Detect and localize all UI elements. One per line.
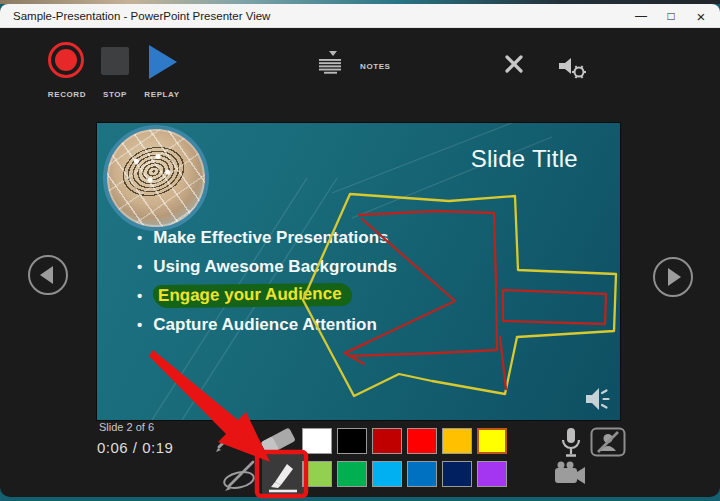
pen-color-swatch[interactable] xyxy=(337,461,367,487)
audio-settings-icon[interactable] xyxy=(558,53,588,81)
window-title: Sample-Presentation - PowerPoint Present… xyxy=(0,10,270,22)
laser-pointer-tool-icon[interactable] xyxy=(220,456,262,492)
previous-slide-button[interactable] xyxy=(28,255,68,295)
video-camera-icon[interactable] xyxy=(554,460,592,488)
bullet-text: Using Awesome Backgrounds xyxy=(153,257,397,277)
speaker-icon xyxy=(584,384,611,414)
camera-preview-off-icon[interactable] xyxy=(590,427,626,457)
slide-title: Slide Title xyxy=(471,145,578,173)
bullet-item: •Make Effective Presentations xyxy=(137,223,397,252)
replay-label: REPLAY xyxy=(137,90,187,99)
globe-image xyxy=(103,125,209,231)
chevron-right-icon xyxy=(668,268,681,286)
record-icon xyxy=(55,49,77,71)
clear-annotations-icon[interactable] xyxy=(505,55,523,73)
bullet-dot: • xyxy=(137,316,142,333)
microphone-icon[interactable] xyxy=(558,426,584,460)
pen-color-swatch[interactable] xyxy=(372,461,402,487)
pen-color-palette-row1 xyxy=(302,428,507,454)
pen-color-swatch[interactable] xyxy=(477,428,507,454)
pen-color-swatch[interactable] xyxy=(302,428,332,454)
pen-color-swatch[interactable] xyxy=(407,461,437,487)
bullet-item: •Engage your Audience xyxy=(137,281,397,310)
slide-canvas[interactable]: Slide Title •Make Effective Presentation… xyxy=(97,123,620,420)
bullet-text: Make Effective Presentations xyxy=(153,228,388,248)
titlebar: Sample-Presentation - PowerPoint Present… xyxy=(0,4,720,28)
replay-button[interactable] xyxy=(149,45,177,79)
record-label: RECORD xyxy=(40,90,94,99)
bullet-list: •Make Effective Presentations•Using Awes… xyxy=(137,223,397,339)
bullet-dot: • xyxy=(137,287,142,304)
pen-color-swatch[interactable] xyxy=(372,428,402,454)
pen-color-swatch[interactable] xyxy=(337,428,367,454)
close-button[interactable]: × xyxy=(686,4,716,28)
pen-color-palette-row2 xyxy=(302,461,507,487)
highlighter-tool-button[interactable] xyxy=(262,454,304,496)
next-slide-button[interactable] xyxy=(653,257,693,297)
pen-color-swatch[interactable] xyxy=(302,461,332,487)
pen-color-swatch[interactable] xyxy=(407,428,437,454)
pen-color-swatch[interactable] xyxy=(477,461,507,487)
presenter-view-window: Sample-Presentation - PowerPoint Present… xyxy=(0,4,720,497)
pen-tool-icon[interactable] xyxy=(212,427,238,453)
globe-gridlines xyxy=(107,129,205,227)
bullet-dot: • xyxy=(137,258,142,275)
window-controls: — □ × xyxy=(626,4,716,28)
bullet-item: •Using Awesome Backgrounds xyxy=(137,252,397,281)
bullet-dot: • xyxy=(137,229,142,246)
pen-color-swatch[interactable] xyxy=(442,461,472,487)
bullet-text: Engage your Audience xyxy=(153,283,352,308)
bullet-text: Capture Audience Attention xyxy=(153,315,377,335)
notes-label[interactable]: NOTES xyxy=(360,62,404,71)
stop-button[interactable] xyxy=(101,47,129,75)
slide-position-label: Slide 2 of 6 xyxy=(99,421,154,433)
notes-icon[interactable] xyxy=(318,50,346,76)
chevron-left-icon xyxy=(40,266,53,284)
bullet-item: •Capture Audience Attention xyxy=(137,310,397,339)
minimize-button[interactable]: — xyxy=(626,4,656,28)
maximize-button[interactable]: □ xyxy=(656,4,686,28)
record-button[interactable] xyxy=(48,42,84,78)
screen: Sample-Presentation - PowerPoint Present… xyxy=(0,0,720,501)
highlighter-icon xyxy=(262,454,304,496)
stop-label: STOP xyxy=(97,90,133,99)
pen-color-swatch[interactable] xyxy=(442,428,472,454)
eraser-tool-icon[interactable] xyxy=(256,425,300,457)
recording-timer: 0:06 / 0:19 xyxy=(97,439,173,456)
